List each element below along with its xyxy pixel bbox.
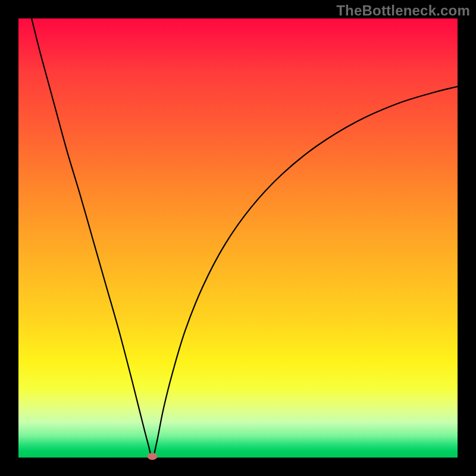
minimum-marker: [148, 453, 158, 460]
watermark-text: TheBottleneck.com: [336, 2, 470, 19]
chart-frame: TheBottleneck.com: [0, 0, 476, 476]
plot-area: [18, 18, 458, 458]
bottleneck-curve: [18, 18, 458, 458]
